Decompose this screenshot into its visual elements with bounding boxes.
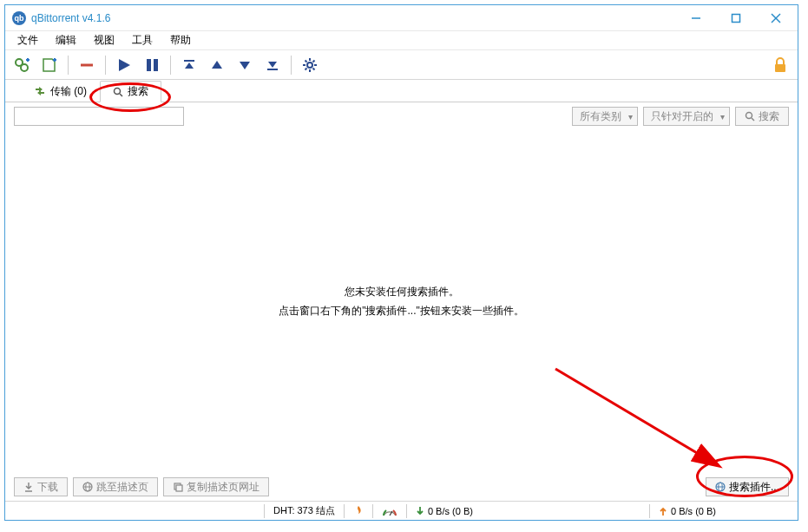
svg-point-30 bbox=[115, 88, 121, 94]
upload-speed-text: 0 B/s (0 B) bbox=[671, 506, 716, 516]
goto-desc-label: 跳至描述页 bbox=[96, 480, 148, 495]
tab-search-label: 搜索 bbox=[128, 84, 148, 99]
toolbar-separator bbox=[68, 56, 69, 75]
empty-line2: 点击窗口右下角的"搜索插件..."按钮来安装一些插件。 bbox=[279, 302, 524, 321]
svg-marker-16 bbox=[212, 61, 222, 69]
download-speed-text: 0 B/s (0 B) bbox=[428, 506, 473, 516]
svg-rect-13 bbox=[154, 59, 158, 71]
maximize-button[interactable] bbox=[716, 5, 756, 31]
download-label: 下载 bbox=[37, 480, 58, 495]
menu-view[interactable]: 视图 bbox=[85, 31, 123, 49]
download-arrow-icon bbox=[416, 506, 424, 516]
menu-help[interactable]: 帮助 bbox=[161, 31, 200, 49]
category-value: 所有类别 bbox=[580, 109, 621, 124]
content-area: 您未安装任何搜索插件。 点击窗口右下角的"搜索插件..."按钮来安装一些插件。 bbox=[14, 130, 789, 473]
svg-marker-15 bbox=[185, 62, 194, 69]
svg-line-31 bbox=[120, 94, 122, 96]
remove-button[interactable] bbox=[76, 54, 98, 76]
search-plugins-label: 搜索插件... bbox=[729, 480, 779, 495]
window-controls bbox=[676, 5, 796, 31]
svg-line-27 bbox=[305, 68, 307, 69]
search-plugins-button[interactable]: 搜索插件... bbox=[706, 477, 789, 496]
window-title: qBittorrent v4.1.6 bbox=[31, 12, 676, 24]
toolbar-separator bbox=[170, 56, 171, 75]
status-firewall[interactable] bbox=[346, 502, 371, 520]
move-up-button[interactable] bbox=[206, 54, 228, 76]
goto-description-button[interactable]: 跳至描述页 bbox=[73, 477, 158, 496]
lock-icon[interactable] bbox=[773, 57, 787, 73]
app-icon: qb bbox=[12, 11, 26, 25]
dht-text: DHT: 373 结点 bbox=[273, 504, 335, 517]
menubar: 文件 编辑 视图 工具 帮助 bbox=[5, 31, 798, 50]
bottom-row: 下载 跳至描述页 复制描述页网址 搜索插件... bbox=[5, 473, 798, 501]
add-link-button[interactable] bbox=[10, 54, 33, 76]
add-torrent-button[interactable] bbox=[38, 54, 61, 76]
close-button[interactable] bbox=[756, 5, 796, 31]
tabbar: 传输 (0) 搜索 bbox=[5, 80, 798, 102]
move-down-button[interactable] bbox=[233, 54, 256, 76]
svg-rect-29 bbox=[775, 64, 785, 72]
status-upload[interactable]: 0 B/s (0 B) bbox=[652, 502, 723, 520]
svg-point-5 bbox=[21, 64, 28, 71]
scope-value: 只针对开启的 bbox=[651, 109, 713, 124]
toolbar-separator bbox=[291, 56, 292, 75]
search-input-wrap bbox=[14, 107, 567, 126]
svg-point-34 bbox=[746, 113, 752, 119]
svg-line-35 bbox=[752, 118, 754, 121]
svg-rect-1 bbox=[732, 14, 740, 22]
menu-edit[interactable]: 编辑 bbox=[47, 31, 85, 49]
svg-rect-12 bbox=[147, 59, 151, 71]
copy-description-url-button[interactable]: 复制描述页网址 bbox=[163, 477, 269, 496]
toolbar bbox=[5, 50, 798, 80]
menu-file[interactable]: 文件 bbox=[9, 31, 47, 49]
resume-button[interactable] bbox=[113, 54, 135, 76]
menu-tools[interactable]: 工具 bbox=[123, 31, 161, 49]
upload-arrow-icon bbox=[659, 506, 667, 516]
move-top-button[interactable] bbox=[178, 54, 200, 76]
application-window: qb qBittorrent v4.1.6 文件 编辑 视图 工具 帮助 bbox=[4, 4, 798, 521]
copy-desc-url-label: 复制描述页网址 bbox=[187, 480, 259, 495]
pause-button[interactable] bbox=[141, 54, 163, 76]
tab-search[interactable]: 搜索 bbox=[100, 81, 161, 102]
statusbar: DHT: 373 结点 0 B/s (0 B) 0 B/s (0 B) bbox=[5, 501, 798, 520]
svg-marker-17 bbox=[240, 62, 250, 69]
toolbar-separator bbox=[105, 56, 106, 75]
svg-marker-18 bbox=[268, 62, 277, 68]
empty-message: 您未安装任何搜索插件。 点击窗口右下角的"搜索插件..."按钮来安装一些插件。 bbox=[279, 283, 524, 320]
status-speed-limits[interactable] bbox=[375, 502, 404, 520]
svg-line-28 bbox=[313, 60, 315, 62]
svg-point-20 bbox=[307, 62, 312, 68]
svg-line-26 bbox=[313, 68, 315, 69]
svg-marker-11 bbox=[119, 59, 130, 71]
tab-transfer-label: 传输 (0) bbox=[50, 84, 87, 99]
gauge-icon bbox=[382, 506, 397, 516]
tab-transfer[interactable]: 传输 (0) bbox=[21, 80, 100, 102]
download-button[interactable]: 下载 bbox=[14, 477, 68, 496]
search-button-label: 搜索 bbox=[759, 109, 779, 124]
status-download[interactable]: 0 B/s (0 B) bbox=[409, 502, 480, 520]
search-button[interactable]: 搜索 bbox=[735, 107, 789, 126]
svg-line-25 bbox=[305, 60, 307, 62]
minimize-button[interactable] bbox=[676, 5, 716, 31]
move-bottom-button[interactable] bbox=[261, 54, 284, 76]
svg-rect-40 bbox=[176, 485, 182, 491]
settings-button[interactable] bbox=[299, 54, 321, 76]
titlebar: qb qBittorrent v4.1.6 bbox=[5, 5, 798, 31]
status-dht[interactable]: DHT: 373 结点 bbox=[266, 502, 342, 520]
search-row: 所有类别 只针对开启的 搜索 bbox=[5, 102, 798, 130]
search-input[interactable] bbox=[14, 107, 184, 126]
transfer-icon bbox=[34, 86, 46, 96]
category-dropdown[interactable]: 所有类别 bbox=[572, 107, 638, 126]
search-icon bbox=[113, 87, 123, 97]
scope-dropdown[interactable]: 只针对开启的 bbox=[643, 107, 730, 126]
empty-line1: 您未安装任何搜索插件。 bbox=[279, 283, 524, 302]
flame-icon bbox=[353, 505, 364, 517]
